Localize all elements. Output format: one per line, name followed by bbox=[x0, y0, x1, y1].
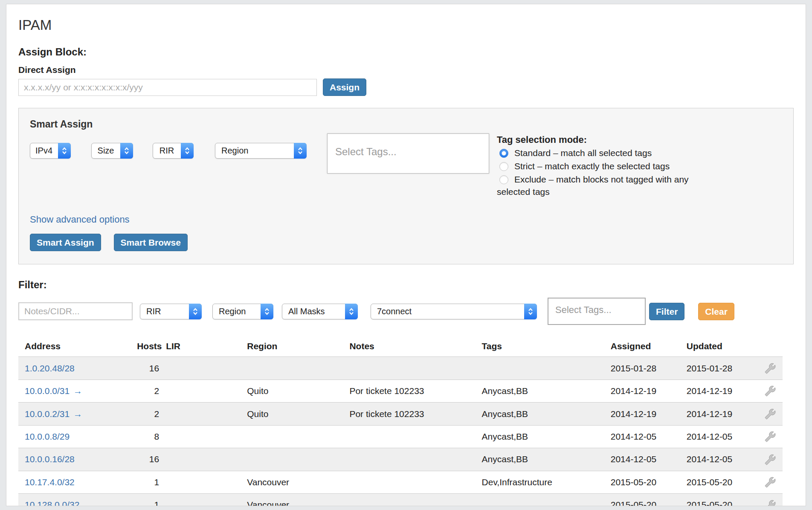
size-select[interactable]: Size bbox=[91, 143, 133, 159]
advanced-options-link[interactable]: Show advanced options bbox=[30, 214, 130, 225]
select-chevrons-icon bbox=[120, 143, 133, 159]
filter-region-select-value: Region bbox=[219, 307, 246, 316]
address-cell: 1.0.20.48/28 bbox=[18, 357, 133, 380]
wrench-icon[interactable] bbox=[765, 454, 776, 465]
tag-mode-option-exclude[interactable]: Exclude – match blocks not tagged with a… bbox=[497, 173, 690, 198]
arrow-icon[interactable]: → bbox=[73, 386, 82, 396]
select-chevrons-icon bbox=[181, 143, 194, 159]
wrench-icon[interactable] bbox=[765, 477, 776, 488]
notes-cell bbox=[346, 357, 478, 380]
masks-select[interactable]: All Masks bbox=[282, 304, 358, 319]
actions-cell bbox=[758, 403, 783, 425]
col-hosts: Hosts bbox=[133, 338, 162, 357]
smart-selects-row: IPv4 Size RIR bbox=[30, 143, 307, 159]
tag-mode-heading: Tag selection mode: bbox=[497, 133, 690, 146]
notes-cell bbox=[346, 425, 478, 448]
filter-heading: Filter: bbox=[18, 279, 794, 291]
hosts-cell: 1 bbox=[133, 494, 162, 506]
filter-rir-select[interactable]: RIR bbox=[140, 304, 202, 319]
lir-cell bbox=[162, 471, 244, 493]
smart-tags-input[interactable]: Select Tags... bbox=[327, 133, 489, 174]
region-select[interactable]: Region bbox=[215, 143, 307, 159]
clear-button[interactable]: Clear bbox=[698, 303, 734, 320]
region-cell: Quito bbox=[244, 380, 346, 402]
hosts-cell: 2 bbox=[133, 403, 162, 425]
wrench-icon[interactable] bbox=[765, 409, 776, 420]
select-chevrons-icon bbox=[58, 143, 71, 159]
address-cell: 10.17.4.0/32 bbox=[18, 471, 133, 493]
updated-cell: 2015-05-20 bbox=[683, 494, 758, 506]
actions-cell bbox=[758, 380, 783, 402]
updated-cell: 2014-12-05 bbox=[683, 448, 758, 471]
smart-browse-button[interactable]: Smart Browse bbox=[114, 234, 188, 251]
tag-mode-option-label: Standard – match all selected tags bbox=[514, 148, 652, 158]
resource-select[interactable]: 7connect bbox=[371, 304, 537, 319]
family-select[interactable]: IPv4 bbox=[30, 143, 71, 159]
wrench-icon[interactable] bbox=[765, 363, 776, 374]
arrow-icon[interactable]: → bbox=[73, 409, 82, 419]
filter-button[interactable]: Filter bbox=[649, 303, 684, 320]
address-link[interactable]: 10.128.0.0/32 bbox=[25, 500, 79, 506]
radio-icon[interactable] bbox=[499, 175, 508, 184]
address-link[interactable]: 1.0.20.48/28 bbox=[25, 363, 75, 373]
table-row: 10.0.0.2/31→ 2 Quito Por tickete 102233 … bbox=[18, 403, 783, 425]
address-link[interactable]: 10.0.0.0/31 bbox=[25, 386, 70, 396]
address-link[interactable]: 10.0.0.2/31 bbox=[25, 409, 70, 419]
table-row: 10.128.0.0/32 1 Vancouver 2015-05-20 201… bbox=[18, 494, 783, 506]
select-chevrons-icon bbox=[261, 304, 273, 319]
tags-cell bbox=[478, 494, 607, 506]
address-cell: 10.0.0.8/29 bbox=[18, 425, 133, 448]
region-cell bbox=[244, 448, 346, 471]
assigned-cell: 2015-05-20 bbox=[607, 471, 683, 493]
wrench-icon[interactable] bbox=[765, 385, 776, 397]
address-link[interactable]: 10.0.0.8/29 bbox=[25, 432, 70, 441]
filter-region-select[interactable]: Region bbox=[212, 304, 273, 319]
notes-cidr-input[interactable] bbox=[18, 302, 133, 320]
assign-block-heading: Assign Block: bbox=[18, 46, 794, 58]
lir-cell bbox=[162, 380, 244, 402]
hosts-cell: 8 bbox=[133, 425, 162, 448]
address-cell: 10.128.0.0/32 bbox=[18, 494, 133, 506]
tag-mode-option-standard[interactable]: Standard – match all selected tags bbox=[497, 147, 690, 159]
tag-mode-option-label: Strict – match exactly the selected tags bbox=[514, 161, 670, 171]
updated-cell: 2014-12-05 bbox=[683, 425, 758, 448]
assign-button[interactable]: Assign bbox=[323, 78, 366, 96]
actions-cell bbox=[758, 471, 783, 493]
table-row: 10.17.4.0/32 1 Vancouver Dev,Infrastruct… bbox=[18, 471, 783, 493]
radio-icon[interactable] bbox=[499, 162, 508, 171]
page-title: IPAM bbox=[18, 17, 794, 33]
assigned-cell: 2014-12-05 bbox=[607, 448, 683, 471]
col-updated: Updated bbox=[683, 338, 758, 357]
tags-cell: Dev,Infrastructure bbox=[478, 471, 607, 493]
tag-mode-option-label: Exclude – match blocks not tagged with a… bbox=[497, 174, 689, 197]
blocks-table: Address Hosts LIR Region Notes Tags Assi… bbox=[18, 338, 783, 506]
notes-cell: Por tickete 102233 bbox=[346, 380, 478, 402]
actions-cell bbox=[758, 448, 783, 471]
address-link[interactable]: 10.0.0.16/28 bbox=[25, 454, 75, 464]
region-cell: Vancouver bbox=[244, 471, 346, 493]
actions-cell bbox=[758, 425, 783, 448]
assigned-cell: 2014-12-19 bbox=[607, 403, 683, 425]
tags-cell: Anycast,BB bbox=[478, 380, 607, 402]
col-region: Region bbox=[244, 338, 346, 357]
radio-selected-icon[interactable] bbox=[499, 149, 508, 158]
size-select-value: Size bbox=[98, 146, 114, 156]
hosts-cell: 16 bbox=[133, 448, 162, 471]
smart-assign-button[interactable]: Smart Assign bbox=[30, 234, 101, 251]
notes-cell bbox=[346, 448, 478, 471]
region-select-value: Region bbox=[221, 146, 248, 156]
tags-cell: Anycast,BB bbox=[478, 403, 607, 425]
tag-mode-option-strict[interactable]: Strict – match exactly the selected tags bbox=[497, 160, 690, 172]
wrench-icon[interactable] bbox=[765, 431, 776, 442]
rir-select-value: RIR bbox=[160, 146, 174, 156]
filter-tags-input[interactable]: Select Tags... bbox=[548, 298, 646, 325]
wrench-icon[interactable] bbox=[765, 500, 776, 506]
select-chevrons-icon bbox=[294, 143, 307, 159]
rir-select[interactable]: RIR bbox=[153, 143, 194, 159]
direct-assign-input[interactable] bbox=[18, 79, 317, 96]
lir-cell bbox=[162, 425, 244, 448]
col-notes: Notes bbox=[346, 338, 478, 357]
lir-cell bbox=[162, 403, 244, 425]
address-link[interactable]: 10.17.4.0/32 bbox=[25, 477, 75, 487]
col-assigned: Assigned bbox=[607, 338, 683, 357]
